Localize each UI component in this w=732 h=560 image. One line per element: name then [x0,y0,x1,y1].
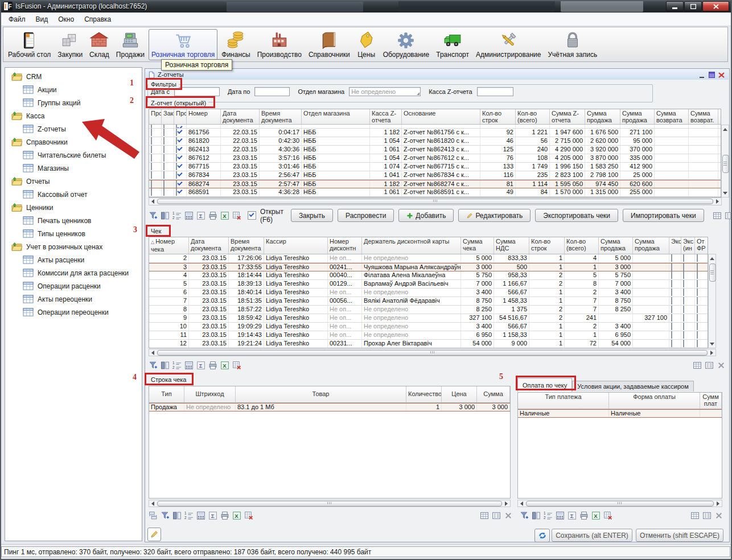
receipt-line-table[interactable]: ТипШтрихкодТоварКоличествоЦенаСуммаПрода… [149,386,511,499]
column-header[interactable]: Закр [162,109,174,124]
zreport-table[interactable]: ПроЗакрПроНомерДата документаВремя докум… [149,109,721,197]
column-header[interactable]: Сумма продажа [585,109,620,124]
row-checkbox[interactable] [176,125,177,128]
row-checkbox[interactable] [697,254,698,262]
row-checkbox[interactable] [683,254,684,262]
table-row[interactable]: 86859123.03.154:36:28НББ1 061Z-отчет №86… [149,188,721,197]
close-icon[interactable] [714,511,723,520]
row-checkbox[interactable] [151,171,152,179]
sigma-icon[interactable]: Σ [567,511,577,520]
payment-table[interactable]: Тип платежаФорма оплатыСумм платНаличные… [517,392,722,499]
table-row[interactable]: 1023.03.1519:09:29Lidiya TereshkoНе оп..… [149,323,708,331]
date-to-input[interactable] [254,87,290,96]
row-checkbox[interactable] [671,297,672,304]
date-from-input[interactable] [174,87,220,96]
sidebar-item[interactable]: Ценники [5,201,142,214]
sidebar-item[interactable]: Справочники [5,135,142,149]
row-checkbox[interactable] [163,171,165,179]
sigma-icon[interactable]: Σ [196,211,205,220]
row-checkbox[interactable] [176,163,177,170]
table-row[interactable]: 223.03.1517:26:06Lidiya TereshkoНе оп...… [149,254,708,263]
row-checkbox[interactable] [697,271,698,279]
numlist-icon[interactable]: 12 [172,211,182,220]
columns-icon[interactable] [161,211,170,220]
toolbar-item-admin-tools[interactable]: Администрирование [473,29,544,60]
print-icon[interactable] [220,511,229,520]
table-row[interactable]: ПродажаНе определено83.1 до 1 Мб13 0003 … [149,403,510,411]
column-header[interactable]: Дата документа [221,109,260,124]
grid-icon[interactable] [690,511,700,520]
row-checkbox[interactable] [151,125,152,128]
column-header[interactable]: Кассир [264,237,328,254]
table-row[interactable]: 423.03.1518:14:44Lidiya Tereshko00040...… [149,271,708,280]
grid-del-icon[interactable] [244,511,253,520]
cash-register-input[interactable] [477,87,513,96]
panel-maximize-icon[interactable] [708,71,715,78]
close-icon[interactable] [717,361,726,370]
row-checkbox[interactable] [671,289,672,296]
row-checkbox[interactable] [697,306,698,313]
toolbar-item-transport-truck[interactable]: Транспорт [433,29,472,60]
sidebar-item[interactable]: CRM [5,70,142,83]
panel-close-icon[interactable] [718,71,725,78]
column-header[interactable]: Количество [406,386,442,402]
column-header[interactable]: Дата документа [189,237,229,254]
column-header[interactable]: Касса Z-отчета [370,109,402,124]
refresh-button[interactable] [534,529,550,542]
props-icon[interactable] [492,511,501,520]
row-checkbox[interactable] [683,314,684,322]
row-checkbox[interactable] [697,297,698,304]
table-row[interactable]: 323.03.1517:33:55Lidiya Tereshko00241...… [149,263,708,271]
table-row[interactable]: 623.03.1518:40:14Lidiya TereshkoНе оп...… [149,289,708,297]
toolbar-item-account-lock[interactable]: Учётная запись [545,29,600,60]
print-icon[interactable] [579,511,589,520]
columns-icon[interactable] [172,511,182,520]
table-row[interactable]: 86182022.03.150:42:30НББ1 054Z-отчет №86… [149,137,721,146]
row-checkbox[interactable] [683,331,684,339]
columns-icon[interactable] [532,511,541,520]
column-header[interactable]: Кол-во строк [480,109,516,124]
sidebar-item[interactable]: Учет в розничных ценах [5,240,142,253]
toolbar-item-equipment-gear[interactable]: Оборудование [380,29,433,60]
column-header[interactable]: Сумм плат [700,393,722,409]
column-header[interactable]: Сумма продажа [633,237,669,254]
sidebar-item[interactable]: Печать ценников [5,214,142,227]
row-checkbox[interactable] [151,180,152,188]
row-checkbox[interactable] [176,188,177,196]
grid-icon[interactable] [693,361,702,370]
row-checkbox[interactable] [176,154,177,162]
split-icon[interactable] [149,511,158,520]
row-checkbox[interactable] [697,289,698,296]
grid-del-icon[interactable] [232,211,241,220]
column-header[interactable]: Сумма НДС [494,237,529,254]
toolbar-item-desktop[interactable]: Рабочий стол [5,29,54,60]
excel-icon[interactable]: X [232,511,241,520]
row-checkbox[interactable] [151,146,152,153]
table-row[interactable]: 86175622.03.150:04:17НББ1 182Z-отчет №86… [149,129,721,137]
sidebar-item[interactable]: Читательские билеты [5,149,142,162]
print-icon[interactable] [208,211,217,220]
column-header[interactable]: △Номер чека [149,237,189,254]
calc-icon[interactable] [556,511,565,520]
row-checkbox[interactable] [671,340,672,347]
sidebar-item[interactable]: Магазины [5,162,142,175]
grid-del-icon[interactable] [603,511,612,520]
filter-icon[interactable] [161,511,170,520]
row-checkbox[interactable] [163,180,165,188]
row-checkbox[interactable] [176,146,177,153]
tab-payment[interactable]: Оплата по чеку [517,378,572,392]
table-row[interactable]: 823.03.1518:57:22Lidiya TereshkoНе оп...… [149,306,708,314]
column-header[interactable]: Сумма возврата [655,109,689,124]
row-checkbox[interactable] [671,263,672,271]
table-row[interactable]: 523.03.1518:39:13Lidiya Tereshko00129...… [149,280,708,289]
column-header[interactable]: Сумма Z-отчета [550,109,585,124]
row-checkbox[interactable] [671,280,672,287]
column-header[interactable]: Сумма [477,386,510,402]
sidebar-item[interactable]: Кассовый отчет [5,188,142,201]
sidebar-item[interactable]: Отчеты [5,175,142,188]
column-header[interactable]: Кол-во (всего) [565,237,599,254]
panel-minimize-icon[interactable] [698,71,706,78]
action-button[interactable]: Экспортировать чеки [535,209,618,222]
row-checkbox[interactable] [151,188,152,196]
grid-icon[interactable] [713,211,722,220]
